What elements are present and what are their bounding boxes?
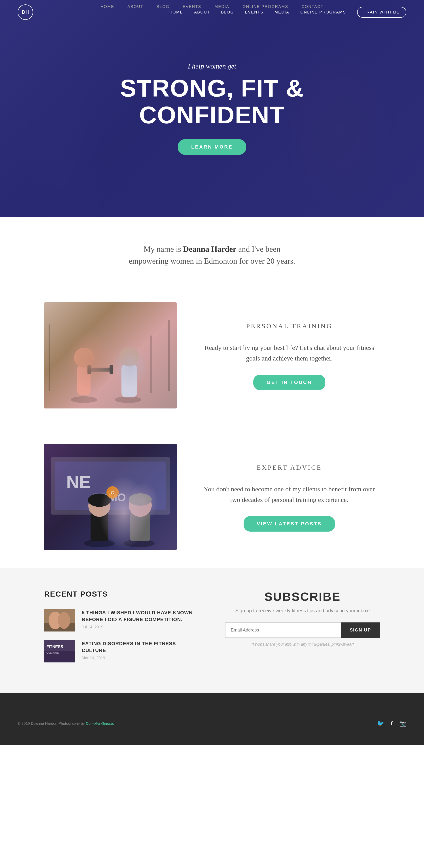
svg-rect-12 xyxy=(51,457,170,515)
get-in-touch-button[interactable]: Get In Touch xyxy=(253,375,325,390)
footer-bottom: © 2019 Deanna Harder. Photography by Dem… xyxy=(18,711,406,727)
svg-point-23 xyxy=(129,493,152,506)
post-date-2: Mar 10, 2019 xyxy=(82,656,199,660)
svg-rect-21 xyxy=(130,513,150,541)
expert-advice-section: Expert Advice You don't need to become o… xyxy=(0,426,424,568)
personal-training-image xyxy=(44,302,177,408)
footer-link-online-programs[interactable]: Online Programs xyxy=(242,4,288,9)
footer-copyright: © 2019 Deanna Harder. Photography by Dem… xyxy=(18,721,114,726)
svg-rect-10 xyxy=(168,320,170,391)
post-info-1: 5 Things I Wished I Would Have Known Bef… xyxy=(82,610,199,629)
svg-point-29 xyxy=(58,612,70,629)
twitter-icon[interactable]: 🐦 xyxy=(377,720,384,727)
bottom-section: Recent Posts 5 Things I Wished I Would H… xyxy=(0,568,424,693)
subscribe-form: Sign Up xyxy=(225,622,380,638)
post1-image xyxy=(44,610,75,631)
post-date-1: Jul 14, 2019 xyxy=(82,625,199,629)
footer-link-blog[interactable]: Blog xyxy=(157,4,169,9)
post-item-1: 5 Things I Wished I Would Have Known Bef… xyxy=(44,610,199,631)
svg-text:FITNESS: FITNESS xyxy=(46,645,63,649)
svg-point-22 xyxy=(129,494,152,517)
svg-text:NE: NE xyxy=(66,472,91,492)
post-info-2: Eating Disorders in the Fitness Culture … xyxy=(82,640,199,660)
subscribe-subtext: Sign up to receive weekly fitness tips a… xyxy=(225,608,380,614)
footer-link-events[interactable]: Events xyxy=(183,4,201,9)
footer-nav: Home About Blog Events Media Online Prog… xyxy=(0,0,424,13)
svg-rect-4 xyxy=(122,364,137,397)
svg-point-0 xyxy=(71,396,97,403)
personal-training-label: Personal Training xyxy=(199,321,380,331)
personal-training-section: Personal Training Ready to start living … xyxy=(0,285,424,426)
intro-text: My name is Deanna Harder and I've been e… xyxy=(18,243,406,267)
subscribe-heading: Subscribe xyxy=(225,590,380,603)
svg-point-20 xyxy=(124,539,155,547)
training-illustration xyxy=(44,302,177,408)
svg-point-19 xyxy=(88,494,111,507)
svg-point-24 xyxy=(106,486,119,499)
photographer-link[interactable]: Demetra Giannis xyxy=(86,721,114,726)
svg-rect-9 xyxy=(48,324,51,391)
footer-social: 🐦 f 📷 xyxy=(377,720,406,727)
hero-section: I help women get STRONG, FIT & CONFIDENT… xyxy=(0,0,424,217)
svg-rect-1 xyxy=(77,364,91,395)
view-latest-posts-button[interactable]: View Latest Posts xyxy=(243,516,335,532)
subscribe-section: Subscribe Sign up to receive weekly fitn… xyxy=(225,590,380,671)
post-thumbnail-1 xyxy=(44,610,75,631)
svg-point-2 xyxy=(74,348,94,368)
hero-subtitle: I help women get xyxy=(120,62,304,70)
intro-name: Deanna Harder xyxy=(183,245,236,253)
instagram-icon[interactable]: 📷 xyxy=(399,720,406,727)
footer-link-home[interactable]: Home xyxy=(100,4,114,9)
svg-point-18 xyxy=(88,495,110,517)
footer-link-media[interactable]: Media xyxy=(215,4,229,9)
facebook-icon[interactable]: f xyxy=(391,720,393,727)
svg-text:C: C xyxy=(111,490,114,495)
post-title-2: Eating Disorders in the Fitness Culture xyxy=(82,640,199,654)
svg-text:EDMO: EDMO xyxy=(93,491,126,504)
personal-training-description: Ready to start living your best life? Le… xyxy=(199,342,380,364)
recent-posts-heading: Recent Posts xyxy=(44,590,199,598)
post-thumbnail-2: FITNESS CULTURE xyxy=(44,640,75,662)
svg-rect-6 xyxy=(88,368,110,372)
svg-rect-13 xyxy=(55,462,166,510)
svg-rect-11 xyxy=(150,336,152,393)
recent-posts: Recent Posts 5 Things I Wished I Would H… xyxy=(44,590,199,671)
expert-advice-text: Expert Advice You don't need to become o… xyxy=(199,462,380,532)
hero-content: I help women get STRONG, FIT & CONFIDENT… xyxy=(120,62,304,155)
hero-title-line1: STRONG, FIT & xyxy=(120,74,304,102)
expert-advice-label: Expert Advice xyxy=(199,462,380,473)
post-item-2: FITNESS CULTURE Eating Disorders in the … xyxy=(44,640,199,662)
post-title-1: 5 Things I Wished I Would Have Known Bef… xyxy=(82,610,199,623)
hero-learn-more-button[interactable]: Learn More xyxy=(178,139,246,155)
svg-point-16 xyxy=(84,539,115,547)
footer-link-contact[interactable]: Contact xyxy=(301,4,324,9)
expert-advice-image: NE EDMO C xyxy=(44,444,177,550)
expert-advice-description: You don't need to become one of my clien… xyxy=(199,484,380,505)
subscribe-note: *I won't share your info with any third-… xyxy=(225,642,380,647)
footer: Home About Blog Events Media Online Prog… xyxy=(0,693,424,745)
hero-title: STRONG, FIT & CONFIDENT xyxy=(120,75,304,128)
intro-section: My name is Deanna Harder and I've been e… xyxy=(0,217,424,285)
personal-training-text: Personal Training Ready to start living … xyxy=(199,321,380,390)
svg-point-3 xyxy=(115,396,141,403)
svg-rect-7 xyxy=(88,365,91,374)
svg-point-5 xyxy=(119,347,139,367)
post2-image: FITNESS CULTURE xyxy=(44,640,75,662)
svg-text:CULTURE: CULTURE xyxy=(46,651,59,654)
footer-link-about[interactable]: About xyxy=(127,4,143,9)
expert-illustration: NE EDMO C xyxy=(44,444,177,550)
svg-rect-8 xyxy=(109,365,113,374)
hero-title-line2: CONFIDENT xyxy=(139,101,285,128)
email-input[interactable] xyxy=(225,622,341,638)
sign-up-button[interactable]: Sign Up xyxy=(341,622,380,638)
svg-rect-17 xyxy=(91,513,108,541)
